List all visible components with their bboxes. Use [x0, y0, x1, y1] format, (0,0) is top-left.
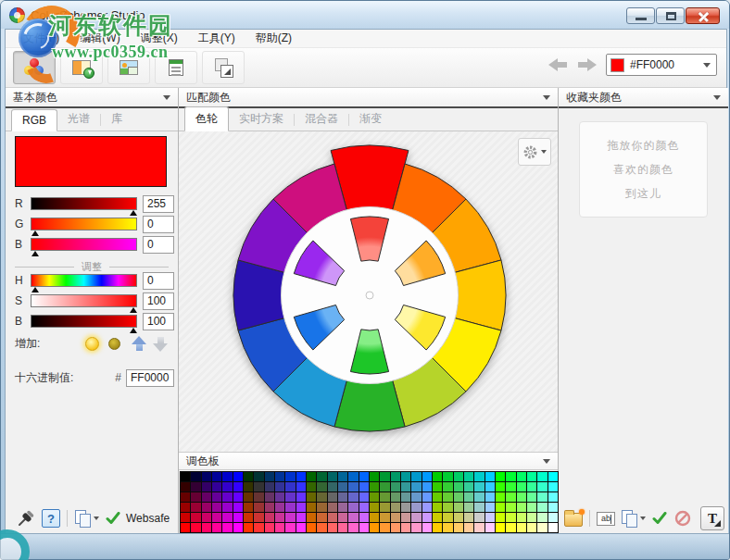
- panel-dropdown-icon[interactable]: [543, 459, 550, 464]
- darken-icon[interactable]: [108, 338, 120, 350]
- palette-swatch[interactable]: [485, 492, 495, 502]
- color-wheel-mode-button[interactable]: [13, 51, 56, 84]
- palette-swatch[interactable]: [233, 472, 243, 481]
- palette-swatch[interactable]: [506, 513, 515, 522]
- palette-swatch[interactable]: [338, 523, 347, 532]
- palette-swatch[interactable]: [275, 472, 284, 481]
- palette-swatch[interactable]: [285, 472, 295, 481]
- palette-swatch[interactable]: [506, 472, 515, 481]
- palette-swatch[interactable]: [222, 492, 232, 502]
- palette-swatch[interactable]: [527, 472, 536, 481]
- palette-swatch[interactable]: [485, 513, 495, 522]
- palette-swatch[interactable]: [307, 513, 316, 522]
- favorites-dropzone[interactable]: 拖放你的颜色 喜欢的颜色 到这儿: [579, 121, 708, 218]
- palette-swatch[interactable]: [454, 492, 463, 502]
- palette-swatch[interactable]: [338, 492, 347, 502]
- palette-swatch[interactable]: [212, 482, 221, 492]
- palette-swatch[interactable]: [370, 482, 379, 492]
- palette-swatch[interactable]: [454, 472, 463, 481]
- palette-swatch[interactable]: [548, 492, 558, 502]
- match-colors-header[interactable]: 匹配颜色: [179, 88, 558, 108]
- palette-swatch[interactable]: [265, 503, 274, 512]
- palette-swatch[interactable]: [285, 513, 295, 522]
- palette-swatch[interactable]: [254, 503, 263, 512]
- palette-swatch[interactable]: [348, 482, 358, 492]
- palette-swatch[interactable]: [422, 472, 432, 481]
- import-palette-button[interactable]: [60, 51, 103, 84]
- palette-swatch[interactable]: [222, 503, 232, 512]
- websafe-check-icon[interactable]: [106, 512, 120, 525]
- palette-swatch[interactable]: [527, 503, 536, 512]
- palette-swatch[interactable]: [537, 503, 547, 512]
- brightness-slider-handle[interactable]: [130, 328, 137, 333]
- palette-swatch[interactable]: [548, 482, 558, 492]
- palette-swatch[interactable]: [537, 472, 547, 481]
- palette-swatch[interactable]: [222, 482, 232, 492]
- palette-swatch[interactable]: [464, 513, 473, 522]
- palette-swatch[interactable]: [359, 503, 369, 512]
- palette-swatch[interactable]: [275, 492, 284, 502]
- palette-swatch[interactable]: [411, 523, 421, 532]
- palette-swatch[interactable]: [317, 503, 326, 512]
- palette-swatch[interactable]: [485, 482, 495, 492]
- palette-swatch[interactable]: [496, 482, 505, 492]
- copy-favorite-icon[interactable]: [621, 510, 637, 527]
- hue-value-input[interactable]: [143, 272, 174, 290]
- palette-swatch[interactable]: [191, 523, 200, 532]
- palette-swatch[interactable]: [485, 472, 495, 481]
- tab-spectrum[interactable]: 光谱: [57, 107, 100, 131]
- current-color-combobox[interactable]: #FF0000: [606, 54, 717, 76]
- palette-swatch[interactable]: [348, 523, 358, 532]
- chevron-down-icon[interactable]: [703, 63, 711, 68]
- palette-swatch[interactable]: [422, 482, 432, 492]
- palette-swatch[interactable]: [401, 472, 410, 481]
- palette-swatch[interactable]: [485, 523, 495, 532]
- blue-slider-handle[interactable]: [31, 251, 39, 256]
- palette-swatch[interactable]: [285, 523, 295, 532]
- palette-swatch[interactable]: [370, 503, 379, 512]
- blue-slider[interactable]: [31, 238, 137, 251]
- palette-swatch[interactable]: [380, 482, 389, 492]
- palette-swatch[interactable]: [202, 513, 211, 522]
- palette-swatch[interactable]: [537, 513, 547, 522]
- palette-swatch[interactable]: [233, 523, 243, 532]
- palette-swatch[interactable]: [496, 492, 505, 502]
- palette-swatch[interactable]: [443, 482, 452, 492]
- palette-swatch[interactable]: [506, 503, 515, 512]
- palette-swatch[interactable]: [454, 482, 463, 492]
- palette-swatch[interactable]: [338, 472, 347, 481]
- palette-swatch[interactable]: [391, 523, 400, 532]
- palette-swatch[interactable]: [411, 482, 421, 492]
- palette-swatch[interactable]: [191, 513, 200, 522]
- palette-swatch[interactable]: [348, 492, 358, 502]
- palette-swatch[interactable]: [317, 523, 326, 532]
- palette-swatch[interactable]: [411, 472, 421, 481]
- palette-swatch[interactable]: [254, 472, 263, 481]
- panel-dropdown-icon[interactable]: [163, 95, 170, 100]
- palette-swatch[interactable]: [474, 482, 484, 492]
- palette-swatch[interactable]: [212, 492, 221, 502]
- saturation-value-input[interactable]: [143, 292, 174, 310]
- palette-swatch[interactable]: [474, 503, 484, 512]
- palette-swatch[interactable]: [391, 482, 400, 492]
- palette-swatch[interactable]: [548, 503, 558, 512]
- palette-swatch[interactable]: [212, 503, 221, 512]
- panel-dropdown-icon[interactable]: [543, 95, 550, 100]
- palette-swatch[interactable]: [443, 472, 452, 481]
- palette-swatch[interactable]: [233, 513, 243, 522]
- palette-swatch[interactable]: [401, 492, 410, 502]
- palette-swatch[interactable]: [244, 523, 253, 532]
- palette-swatch[interactable]: [464, 492, 473, 502]
- palette-swatch[interactable]: [222, 513, 232, 522]
- palette-swatch[interactable]: [370, 492, 379, 502]
- saturation-slider[interactable]: [31, 294, 137, 307]
- palette-swatch[interactable]: [391, 503, 400, 512]
- palette-swatch[interactable]: [391, 492, 400, 502]
- tab-rgb[interactable]: RGB: [11, 109, 57, 131]
- palette-swatch[interactable]: [496, 523, 505, 532]
- palette-swatch[interactable]: [474, 513, 484, 522]
- palette-swatch[interactable]: [265, 482, 274, 492]
- photo-scheme-button[interactable]: [107, 51, 150, 84]
- palette-swatch[interactable]: [464, 523, 473, 532]
- brightness-value-input[interactable]: [143, 313, 174, 330]
